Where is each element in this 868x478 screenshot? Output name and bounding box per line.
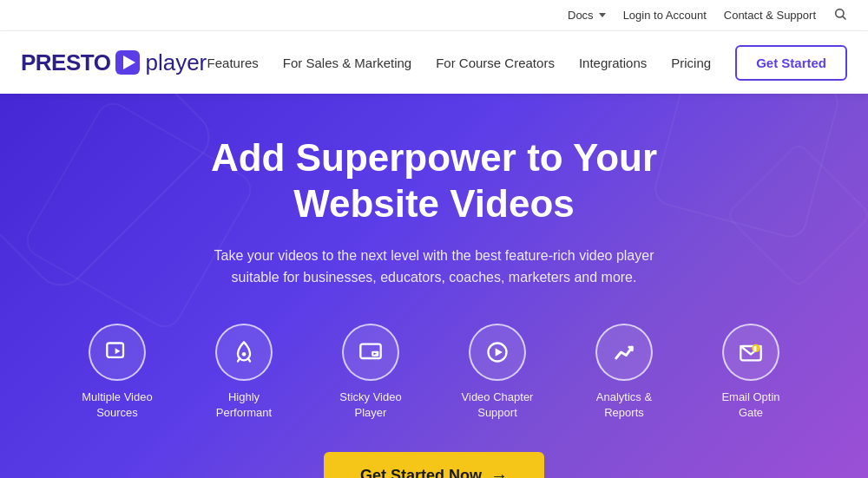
nav-sales[interactable]: For Sales & Marketing	[283, 56, 411, 70]
svg-point-4	[242, 352, 247, 357]
hero-title-line1: Add Superpower to Your	[211, 136, 657, 179]
nav-links: Features For Sales & Marketing For Cours…	[207, 45, 847, 81]
email-optin-icon-circle: !	[722, 324, 779, 381]
analytics-label: Analytics &Reports	[596, 390, 652, 421]
docs-label: Docs	[568, 9, 594, 22]
logo-icon	[115, 50, 140, 75]
sticky-player-label: Sticky VideoPlayer	[339, 390, 401, 421]
login-link[interactable]: Login to Account	[623, 9, 707, 22]
feature-analytics: Analytics &Reports	[576, 324, 672, 421]
docs-link[interactable]: Docs	[568, 9, 606, 22]
logo[interactable]: PRESTO player	[21, 49, 207, 76]
search-icon[interactable]	[833, 7, 847, 23]
nav-integrations[interactable]: Integrations	[579, 56, 647, 70]
multi-video-icon	[105, 340, 129, 364]
contact-link[interactable]: Contact & Support	[724, 9, 816, 22]
sticky-player-icon-circle	[342, 324, 399, 381]
chevron-down-icon	[599, 13, 606, 17]
nav-features[interactable]: Features	[207, 56, 259, 70]
logo-player-text: player	[145, 49, 207, 76]
svg-marker-9	[496, 348, 503, 356]
get-started-nav-label: Get Started	[756, 56, 826, 70]
highly-performant-icon-circle	[215, 324, 273, 381]
top-bar: Docs Login to Account Contact & Support	[0, 0, 868, 31]
analytics-icon	[612, 340, 636, 364]
video-chapter-icon	[485, 340, 510, 364]
play-icon	[123, 56, 135, 69]
feature-email-optin: ! Email OptinGate	[703, 324, 799, 421]
multi-video-icon-circle	[89, 324, 146, 381]
feature-video-chapter: Video ChapterSupport	[450, 324, 545, 421]
svg-marker-3	[115, 348, 121, 354]
get-started-now-button[interactable]: Get Started Now →	[324, 452, 544, 478]
contact-label: Contact & Support	[724, 9, 816, 22]
logo-presto-text: PRESTO	[21, 49, 110, 76]
feature-highly-performant: HighlyPerformant	[196, 324, 292, 421]
video-chapter-icon-circle	[469, 324, 526, 381]
login-label: Login to Account	[623, 9, 707, 22]
nav-pricing[interactable]: Pricing	[671, 56, 711, 70]
hero-title-line2: Website Videos	[293, 182, 575, 225]
highly-performant-label: HighlyPerformant	[216, 390, 272, 421]
arrow-right-icon: →	[490, 466, 508, 478]
email-optin-icon: !	[739, 340, 763, 364]
hero-content: Add Superpower to Your Website Videos Ta…	[208, 135, 660, 324]
hero-subtitle: Take your videos to the next level with …	[208, 245, 660, 289]
sticky-player-icon	[358, 340, 383, 364]
get-started-nav-button[interactable]: Get Started	[735, 45, 847, 81]
hero-title: Add Superpower to Your Website Videos	[208, 135, 660, 227]
nav-course[interactable]: For Course Creators	[436, 56, 555, 70]
analytics-icon-circle	[595, 324, 653, 381]
feature-multi-video: Multiple VideoSources	[69, 324, 165, 421]
svg-line-1	[843, 16, 845, 19]
multi-video-label: Multiple VideoSources	[82, 390, 152, 421]
navbar: PRESTO player Features For Sales & Marke…	[0, 31, 868, 94]
hero-section: Add Superpower to Your Website Videos Ta…	[0, 94, 868, 478]
cta-label: Get Started Now	[360, 467, 482, 478]
video-chapter-label: Video ChapterSupport	[462, 390, 534, 421]
svg-text:!: !	[754, 346, 756, 351]
email-optin-label: Email OptinGate	[721, 390, 779, 421]
feature-sticky-player: Sticky VideoPlayer	[323, 324, 418, 421]
features-row: Multiple VideoSources HighlyPerformant	[69, 324, 799, 421]
rocket-icon	[232, 340, 256, 364]
